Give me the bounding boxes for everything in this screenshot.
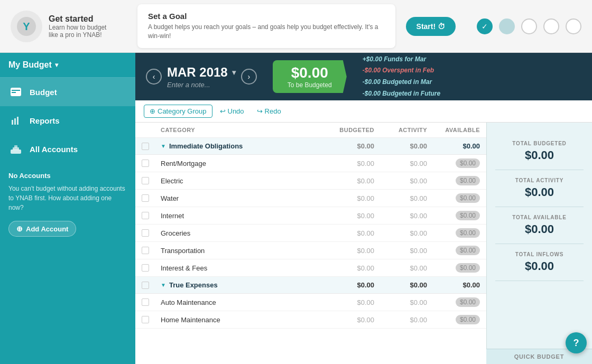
total-activity-label: TOTAL ACTIVITY	[495, 178, 584, 183]
category-budgeted[interactable]: $0.00	[321, 212, 374, 220]
month-info: MAR 2018 ▾ Enter a note...	[167, 65, 236, 89]
step-2[interactable]	[499, 18, 515, 34]
category-available: $0.00	[427, 176, 480, 185]
col-category: CATEGORY	[161, 127, 321, 133]
category-budgeted[interactable]: $0.00	[321, 177, 374, 185]
no-accounts-desc: You can't budget without adding accounts…	[8, 184, 127, 212]
redo-icon: ↪	[257, 107, 263, 115]
category-budgeted[interactable]: $0.00	[321, 316, 374, 324]
progress-steps: ✓	[477, 18, 581, 34]
row-checkbox[interactable]	[142, 160, 161, 167]
category-activity: $0.00	[374, 212, 427, 220]
category-activity: $0.00	[374, 229, 427, 237]
category-name: Electric	[161, 177, 321, 185]
svg-rect-10	[14, 145, 17, 148]
group-name-immediate: ▼ Immediate Obligations	[161, 142, 321, 150]
step-5[interactable]	[566, 18, 581, 34]
sidebar-item-all-accounts[interactable]: All Accounts	[0, 135, 135, 163]
table-row: Internet $0.00 $0.00 $0.00	[135, 207, 486, 225]
tbb-label: To be Budgeted	[288, 81, 332, 89]
undo-button[interactable]: ↩ Undo	[215, 105, 249, 117]
tbb-amount: $0.00	[288, 64, 332, 81]
goal-title: Set a Goal	[148, 12, 385, 21]
svg-text:Y: Y	[23, 21, 30, 32]
group-checkbox[interactable]	[142, 282, 161, 289]
redo-button[interactable]: ↪ Redo	[252, 105, 286, 117]
total-inflows-label: TOTAL INFLOWS	[495, 251, 584, 257]
overspent-summary: -$0.00 Overspent in Feb	[363, 65, 440, 77]
category-budgeted[interactable]: $0.00	[321, 247, 374, 255]
category-activity: $0.00	[374, 160, 427, 167]
sidebar-item-reports[interactable]: Reports	[0, 106, 135, 135]
table-row: Interest & Fees $0.00 $0.00 $0.00	[135, 259, 486, 277]
add-account-icon: ⊕	[16, 225, 23, 233]
total-available-block: TOTAL AVAILABLE $0.00	[495, 207, 584, 244]
category-name: Groceries	[161, 229, 321, 237]
row-checkbox[interactable]	[142, 229, 161, 237]
main-layout: My Budget ▾ Budget Reports	[0, 53, 592, 364]
month-dropdown-icon[interactable]: ▾	[232, 68, 236, 77]
total-budgeted-block: TOTAL BUDGETED $0.00	[495, 133, 584, 170]
row-checkbox[interactable]	[142, 194, 161, 202]
category-available: $0.00	[427, 297, 480, 307]
step-1: ✓	[477, 18, 493, 34]
logo-area: Y Get started Learn how to budget like a…	[11, 11, 127, 42]
total-inflows-value: $0.00	[495, 259, 584, 273]
category-budgeted[interactable]: $0.00	[321, 298, 374, 306]
my-budget-dropdown-icon: ▾	[55, 61, 58, 69]
row-checkbox[interactable]	[142, 264, 161, 272]
add-account-button[interactable]: ⊕ Add Account	[8, 221, 76, 237]
table-row: Transportation $0.00 $0.00 $0.00	[135, 242, 486, 259]
help-button[interactable]: ?	[566, 332, 587, 353]
category-name: Internet	[161, 212, 321, 220]
col-activity: ACTIVITY	[374, 127, 427, 133]
prev-month-button[interactable]: ‹	[146, 69, 162, 85]
total-inflows-block: TOTAL INFLOWS $0.00	[495, 244, 584, 281]
category-budgeted[interactable]: $0.00	[321, 264, 374, 272]
sidebar-item-budget[interactable]: Budget	[0, 78, 135, 106]
content-area: ‹ MAR 2018 ▾ Enter a note... › $0.00 To …	[135, 53, 592, 364]
goal-card: Set a Goal A budget helps you reach your…	[137, 4, 395, 48]
category-budgeted[interactable]: $0.00	[321, 160, 374, 167]
category-name: Auto Maintenance	[161, 298, 321, 306]
category-available: $0.00	[427, 193, 480, 203]
row-checkbox[interactable]	[142, 247, 161, 254]
group-immediate-obligations[interactable]: ▼ Immediate Obligations $0.00 $0.00 $0.0…	[135, 138, 486, 155]
all-accounts-icon	[8, 143, 23, 155]
row-checkbox[interactable]	[142, 177, 161, 184]
sidebar-header[interactable]: My Budget ▾	[0, 53, 135, 78]
row-checkbox[interactable]	[142, 298, 161, 306]
add-category-group-button[interactable]: ⊕ Category Group	[144, 105, 212, 118]
category-budgeted[interactable]: $0.00	[321, 194, 374, 202]
table-row: Auto Maintenance $0.00 $0.00 $0.00	[135, 294, 486, 311]
to-be-budgeted: $0.00 To be Budgeted	[273, 60, 347, 93]
row-checkbox[interactable]	[142, 212, 161, 219]
reports-icon	[8, 115, 23, 126]
group-name-true-expenses: ▼ True Expenses	[161, 281, 321, 289]
month-navigation: ‹ MAR 2018 ▾ Enter a note... ›	[146, 65, 257, 89]
svg-rect-7	[17, 117, 18, 125]
goal-desc: A budget helps you reach your goals – an…	[148, 23, 385, 41]
budget-nav-label: Budget	[30, 88, 57, 97]
redo-label: Redo	[265, 107, 281, 115]
month-note[interactable]: Enter a note...	[167, 81, 236, 89]
accounts-section: No Accounts You can't budget without add…	[0, 163, 135, 364]
group-activity-true: $0.00	[374, 281, 427, 289]
group-checkbox[interactable]	[142, 143, 161, 150]
category-budgeted[interactable]: $0.00	[321, 229, 374, 237]
table-header: CATEGORY BUDGETED ACTIVITY AVAILABLE	[135, 123, 486, 138]
budget-toolbar: ⊕ Category Group ↩ Undo ↪ Redo	[135, 100, 592, 123]
sidebar: My Budget ▾ Budget Reports	[0, 53, 135, 364]
group-true-expenses[interactable]: ▼ True Expenses $0.00 $0.00 $0.00	[135, 277, 486, 294]
step-4[interactable]	[543, 18, 559, 34]
step-3[interactable]	[521, 18, 537, 34]
next-month-button[interactable]: ›	[241, 69, 257, 85]
budget-summary: +$0.00 Funds for Mar -$0.00 Overspent in…	[363, 54, 440, 99]
table-row: Groceries $0.00 $0.00 $0.00	[135, 225, 486, 242]
budget-header: ‹ MAR 2018 ▾ Enter a note... › $0.00 To …	[135, 53, 592, 100]
row-checkbox[interactable]	[142, 316, 161, 323]
col-available: AVAILABLE	[427, 127, 480, 133]
budgeted-future-summary: -$0.00 Budgeted in Future	[363, 88, 440, 100]
group-budgeted-immediate: $0.00	[321, 142, 374, 150]
start-button[interactable]: Start! ⏱	[406, 17, 456, 36]
